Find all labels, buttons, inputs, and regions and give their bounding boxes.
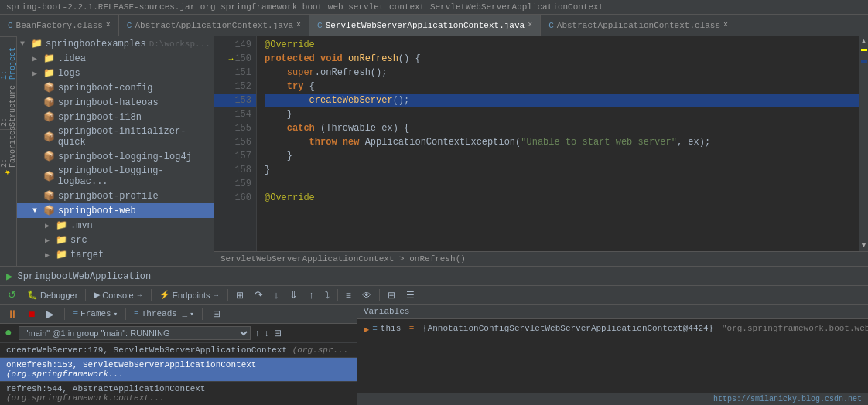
- indent-155: [265, 123, 287, 134]
- strip-favorites[interactable]: ★ 2: Favorites: [0, 129, 17, 175]
- step-out-button[interactable]: ↑: [304, 288, 319, 302]
- threads-label: Threads _: [142, 309, 187, 318]
- tab-abstract-java[interactable]: C AbstractApplicationContext.java ×: [119, 15, 309, 36]
- console-tab[interactable]: ▶ Console →: [89, 288, 147, 301]
- pause-button[interactable]: ⏸: [5, 307, 20, 321]
- debug-content: ⏸ ■ ▶ ≡ Frames ▾ ≡ Th: [0, 305, 868, 405]
- i18n-label: springboot-i18n: [58, 112, 142, 123]
- indicator-top[interactable]: ▲: [860, 36, 867, 47]
- cls-throwable: Throwable: [326, 123, 376, 134]
- thread-dropdown[interactable]: "main" @1 in group "main": RUNNING: [19, 326, 251, 340]
- root-label: springbootexamples: [46, 39, 146, 49]
- annotation-override-160: @Override: [265, 192, 315, 203]
- tree-container: ▼ 📁 springbootexamples D:\worksp... ▶ 📁 …: [17, 36, 214, 266]
- strip-structure[interactable]: 2: Structure: [0, 83, 17, 129]
- ln-152: 152: [214, 80, 256, 94]
- tree-idea[interactable]: ▶ 📁 .idea: [17, 51, 214, 66]
- ln-160: 160: [214, 191, 256, 205]
- resume-button[interactable]: ▶: [43, 307, 56, 321]
- root-arrow: ▼: [20, 39, 29, 48]
- tree-web[interactable]: ▼ 📦 springboot-web: [17, 203, 214, 218]
- strip-project[interactable]: 1: Project: [0, 36, 17, 83]
- code-line-158: }: [265, 163, 859, 177]
- src-label: src: [70, 235, 87, 246]
- tree-log4j[interactable]: ▶ 📦 springboot-logging-log4j: [17, 149, 214, 164]
- endpoints-tab[interactable]: ⚡ Endpoints →: [155, 288, 224, 301]
- tree-config[interactable]: ▶ 📦 springboot-config: [17, 80, 214, 95]
- cls-appcontextex: ApplicationContextException: [365, 137, 515, 148]
- show-execution-button[interactable]: ⊞: [231, 288, 248, 302]
- ln-157: 157: [214, 149, 256, 163]
- indicator-mark-highlight: [861, 60, 867, 63]
- thread-up-button[interactable]: ↑: [255, 328, 260, 339]
- kw-void: void: [320, 53, 343, 64]
- step-over-icon: ↷: [255, 289, 263, 301]
- var-name-this: this: [381, 324, 401, 333]
- thread-running-icon: ●: [5, 326, 12, 340]
- tab-servlet-java[interactable]: C ServletWebServerApplicationContext.jav…: [309, 15, 541, 36]
- tree-mvn[interactable]: ▶ 📁 .mvn: [17, 218, 214, 233]
- thread-down-button[interactable]: ↓: [265, 328, 269, 339]
- tree-root[interactable]: ▼ 📁 springbootexamples D:\worksp...: [17, 36, 214, 51]
- frame-3-method: refresh:544, AbstractApplicationContext: [6, 384, 205, 393]
- filter-button[interactable]: ⊟: [210, 308, 223, 320]
- frame-item-1[interactable]: createWebServer:179, ServletWebServerApp…: [0, 343, 357, 358]
- annotation-override-149: @Override: [265, 39, 315, 50]
- fn-onrefresh: onRefresh: [348, 53, 398, 64]
- code-area: 149 →150 151 152 153 154 155 156 157 158…: [214, 36, 868, 251]
- close-abstract-java[interactable]: ×: [296, 21, 301, 29]
- tree-logback[interactable]: ▶ 📦 springboot-logging-logbac...: [17, 164, 214, 189]
- bottom-url: https://smilanicky.blog.csdn.net: [713, 395, 862, 403]
- tree-target[interactable]: ▶ 📁 target: [17, 247, 214, 262]
- frame-item-2[interactable]: onRefresh:153, ServletWebServerApplicati…: [0, 358, 357, 382]
- tree-i18n[interactable]: ▶ 📦 springboot-i18n: [17, 110, 214, 124]
- close-servlet-java[interactable]: ×: [528, 21, 532, 29]
- code-line-153: createWebServer ();: [265, 94, 859, 107]
- close-abstract-class[interactable]: ×: [723, 21, 728, 29]
- brace-close-154: }: [287, 109, 292, 120]
- evaluate-button[interactable]: ≡: [341, 288, 356, 302]
- tree-src[interactable]: ▶ 📁 src: [17, 233, 214, 247]
- step-into-button[interactable]: ↓: [269, 288, 284, 302]
- mvn-label: .mvn: [70, 220, 93, 231]
- threads-arrow: ▾: [190, 310, 193, 318]
- var-this[interactable]: ▶ ≡ this = {AnnotationConfigServletWebSe…: [361, 322, 865, 337]
- code-content[interactable]: @Override protected void onRefresh () {: [257, 36, 859, 251]
- tab-label-abstract-class: AbstractApplicationContext.class: [557, 21, 720, 30]
- frames-btn[interactable]: ≡ Frames ▾: [73, 309, 118, 318]
- sep-filter: [202, 308, 203, 320]
- initializer-module-icon: 📦: [43, 131, 55, 143]
- run-to-cursor-button[interactable]: ⤵: [320, 288, 334, 302]
- restart-button[interactable]: ↺: [3, 288, 21, 302]
- logs-arrow: ▶: [32, 69, 42, 78]
- layout-button[interactable]: ⊟: [383, 288, 400, 302]
- endpoints-arrow: →: [213, 291, 220, 299]
- kw-super: super: [287, 67, 315, 78]
- kw-try: try: [287, 81, 304, 92]
- indicator-bottom[interactable]: ▼: [860, 240, 867, 251]
- step-over-button[interactable]: ↷: [250, 288, 268, 302]
- settings-button[interactable]: ☰: [402, 288, 419, 302]
- tab-beanfactory[interactable]: C BeanFactory.class ×: [0, 15, 119, 36]
- tree-profile[interactable]: ▶ 📦 springboot-profile: [17, 189, 214, 203]
- frame-1-pkg: (org.spr...: [292, 345, 349, 355]
- watches-button[interactable]: 👁: [357, 288, 376, 302]
- indicator-mark-arrow: [861, 49, 867, 51]
- thread-filter-button[interactable]: ⊟: [274, 328, 282, 339]
- str-unable: "Unable to start web server": [521, 137, 677, 148]
- src-arrow: ▶: [45, 236, 54, 245]
- paren-open: () {: [398, 53, 421, 64]
- tree-hateoas[interactable]: ▶ 📦 springboot-hateoas: [17, 95, 214, 110]
- paren-open-155: (: [315, 123, 326, 134]
- threads-btn[interactable]: ≡ Threads _ ▾: [134, 309, 193, 318]
- debugger-tab[interactable]: 🐛 Debugger: [22, 288, 82, 301]
- sep-1: [85, 289, 86, 301]
- close-beanfactory[interactable]: ×: [106, 21, 111, 29]
- frame-item-3[interactable]: refresh:544, AbstractApplicationContext …: [0, 382, 357, 405]
- ln-150: →150: [214, 52, 256, 66]
- tree-logs[interactable]: ▶ 📁 logs: [17, 66, 214, 80]
- tree-initializer[interactable]: ▶ 📦 springboot-initializer-quick: [17, 124, 214, 149]
- tab-abstract-class[interactable]: C AbstractApplicationContext.class ×: [541, 15, 736, 36]
- force-step-into-button[interactable]: ⇓: [285, 288, 302, 302]
- stop-button[interactable]: ■: [26, 307, 37, 321]
